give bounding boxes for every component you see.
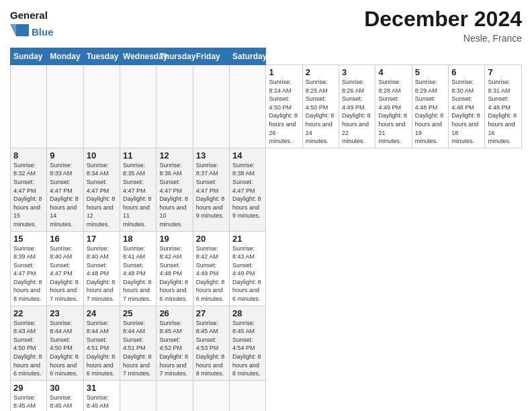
day-number: 24 <box>87 308 117 318</box>
day-number: 6 <box>451 67 482 77</box>
day-number: 30 <box>50 383 80 393</box>
day-info: Sunrise: 8:40 AMSunset: 4:47 PMDaylight:… <box>50 244 80 304</box>
day-info: Sunrise: 8:31 AMSunset: 4:48 PMDaylight:… <box>488 78 519 146</box>
day-info: Sunrise: 8:38 AMSunset: 4:47 PMDaylight:… <box>232 161 263 220</box>
table-row: 20Sunrise: 8:42 AMSunset: 4:49 PMDayligh… <box>193 231 229 306</box>
table-row <box>11 65 47 148</box>
table-row: 13Sunrise: 8:37 AMSunset: 4:47 PMDayligh… <box>193 148 229 231</box>
table-row: 10Sunrise: 8:34 AMSunset: 4:47 PMDayligh… <box>83 148 120 231</box>
day-number: 3 <box>342 67 372 77</box>
day-number: 7 <box>488 67 519 77</box>
day-info: Sunrise: 8:45 AMSunset: 4:53 PMDaylight:… <box>196 319 226 378</box>
calendar-header: Sunday Monday Tuesday Wednesday Thursday… <box>11 48 522 65</box>
day-number: 29 <box>13 383 44 393</box>
day-info: Sunrise: 8:32 AMSunset: 4:47 PMDaylight:… <box>13 161 44 229</box>
table-row: 21Sunrise: 8:43 AMSunset: 4:49 PMDayligh… <box>230 231 266 306</box>
table-row <box>120 380 157 411</box>
svg-marker-2 <box>16 24 29 36</box>
day-info: Sunrise: 8:30 AMSunset: 4:48 PMDaylight:… <box>451 78 482 146</box>
table-row: 27Sunrise: 8:45 AMSunset: 4:53 PMDayligh… <box>193 306 229 380</box>
table-row: 4Sunrise: 8:28 AMSunset: 4:49 PMDaylight… <box>375 65 412 148</box>
table-row <box>157 380 193 411</box>
day-info: Sunrise: 8:36 AMSunset: 4:47 PMDaylight:… <box>159 161 189 229</box>
header-saturday: Saturday <box>230 48 266 65</box>
day-info: Sunrise: 8:45 AMSunset: 4:56 PMDaylight:… <box>87 394 117 411</box>
day-info: Sunrise: 8:34 AMSunset: 4:47 PMDaylight:… <box>87 161 117 229</box>
day-info: Sunrise: 8:42 AMSunset: 4:49 PMDaylight:… <box>196 244 226 304</box>
table-row: 23Sunrise: 8:44 AMSunset: 4:50 PMDayligh… <box>47 306 83 380</box>
day-number: 31 <box>87 383 117 393</box>
header-wednesday: Wednesday <box>120 48 157 65</box>
table-row: 14Sunrise: 8:38 AMSunset: 4:47 PMDayligh… <box>230 148 266 231</box>
day-number: 27 <box>196 308 226 318</box>
day-number: 26 <box>159 308 189 318</box>
svg-text:Blue: Blue <box>32 26 54 36</box>
table-row <box>230 380 266 411</box>
day-number: 16 <box>50 234 80 244</box>
day-number: 10 <box>87 150 117 161</box>
day-info: Sunrise: 8:25 AMSunset: 4:50 PMDaylight:… <box>306 78 336 146</box>
table-row: 25Sunrise: 8:44 AMSunset: 4:51 PMDayligh… <box>120 306 157 380</box>
day-info: Sunrise: 8:35 AMSunset: 4:47 PMDaylight:… <box>123 161 153 229</box>
table-row <box>193 65 229 148</box>
day-number: 12 <box>159 150 189 161</box>
day-number: 9 <box>50 150 80 161</box>
day-info: Sunrise: 8:43 AMSunset: 4:50 PMDaylight:… <box>13 319 44 378</box>
day-info: Sunrise: 8:44 AMSunset: 4:50 PMDaylight:… <box>50 319 80 378</box>
table-row: 6Sunrise: 8:30 AMSunset: 4:48 PMDaylight… <box>449 65 485 148</box>
day-number: 25 <box>123 308 153 318</box>
day-info: Sunrise: 8:45 AMSunset: 4:54 PMDaylight:… <box>232 319 263 378</box>
table-row: 7Sunrise: 8:31 AMSunset: 4:48 PMDaylight… <box>485 65 522 148</box>
day-info: Sunrise: 8:42 AMSunset: 4:48 PMDaylight:… <box>159 244 189 304</box>
day-number: 8 <box>13 150 44 161</box>
header-thursday: Thursday <box>157 48 193 65</box>
table-row: 9Sunrise: 8:33 AMSunset: 4:47 PMDaylight… <box>47 148 83 231</box>
table-row <box>120 65 157 148</box>
table-row <box>193 380 229 411</box>
day-number: 17 <box>87 234 117 244</box>
day-info: Sunrise: 8:44 AMSunset: 4:51 PMDaylight:… <box>87 319 117 378</box>
header-friday: Friday <box>193 48 229 65</box>
day-number: 21 <box>232 234 263 244</box>
table-row: 12Sunrise: 8:36 AMSunset: 4:47 PMDayligh… <box>157 148 193 231</box>
day-number: 19 <box>159 234 189 244</box>
day-info: Sunrise: 8:29 AMSunset: 4:48 PMDaylight:… <box>415 78 445 146</box>
table-row: 18Sunrise: 8:41 AMSunset: 4:48 PMDayligh… <box>120 231 157 306</box>
table-row: 11Sunrise: 8:35 AMSunset: 4:47 PMDayligh… <box>120 148 157 231</box>
day-info: Sunrise: 8:40 AMSunset: 4:48 PMDaylight:… <box>87 244 117 304</box>
calendar-body: 1Sunrise: 8:24 AMSunset: 4:50 PMDaylight… <box>11 65 522 412</box>
table-row <box>230 65 266 148</box>
table-row: 28Sunrise: 8:45 AMSunset: 4:54 PMDayligh… <box>230 306 266 380</box>
header-sunday: Sunday <box>11 48 47 65</box>
table-row: 3Sunrise: 8:26 AMSunset: 4:49 PMDaylight… <box>339 65 375 148</box>
table-row: 1Sunrise: 8:24 AMSunset: 4:50 PMDaylight… <box>266 65 302 148</box>
day-number: 23 <box>50 308 80 318</box>
header-tuesday: Tuesday <box>83 48 120 65</box>
day-info: Sunrise: 8:43 AMSunset: 4:49 PMDaylight:… <box>232 244 263 304</box>
table-row: 15Sunrise: 8:39 AMSunset: 4:47 PMDayligh… <box>11 231 47 306</box>
day-number: 11 <box>123 150 153 161</box>
day-number: 22 <box>13 308 44 318</box>
table-row <box>47 65 83 148</box>
day-info: Sunrise: 8:37 AMSunset: 4:47 PMDaylight:… <box>196 161 226 220</box>
day-number: 1 <box>269 67 299 77</box>
table-row: 22Sunrise: 8:43 AMSunset: 4:50 PMDayligh… <box>11 306 47 380</box>
table-row: 31Sunrise: 8:45 AMSunset: 4:56 PMDayligh… <box>83 380 120 411</box>
table-row: 17Sunrise: 8:40 AMSunset: 4:48 PMDayligh… <box>83 231 120 306</box>
day-info: Sunrise: 8:26 AMSunset: 4:49 PMDaylight:… <box>342 78 372 146</box>
day-number: 2 <box>306 67 336 77</box>
header-row: Sunday Monday Tuesday Wednesday Thursday… <box>11 48 522 65</box>
day-info: Sunrise: 8:39 AMSunset: 4:47 PMDaylight:… <box>13 244 44 304</box>
logo: General Blue <box>10 7 71 36</box>
header: General Blue December 2024 Nesle, France <box>10 7 522 44</box>
month-title: December 2024 <box>364 7 522 32</box>
day-info: Sunrise: 8:45 AMSunset: 4:55 PMDaylight:… <box>13 394 44 411</box>
day-number: 13 <box>196 150 226 161</box>
day-number: 14 <box>232 150 263 161</box>
table-row: 2Sunrise: 8:25 AMSunset: 4:50 PMDaylight… <box>302 65 339 148</box>
day-number: 4 <box>378 67 408 77</box>
day-info: Sunrise: 8:45 AMSunset: 4:52 PMDaylight:… <box>159 319 189 378</box>
table-row: 19Sunrise: 8:42 AMSunset: 4:48 PMDayligh… <box>157 231 193 306</box>
table-row: 8Sunrise: 8:32 AMSunset: 4:47 PMDaylight… <box>11 148 47 231</box>
day-number: 15 <box>13 234 44 244</box>
